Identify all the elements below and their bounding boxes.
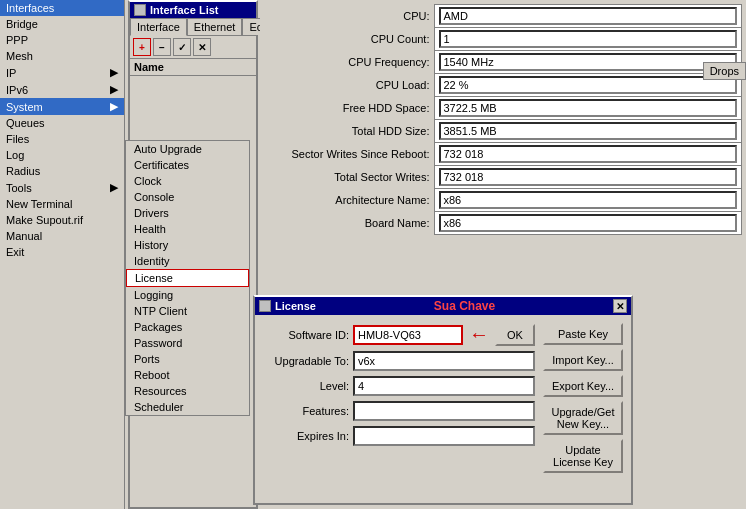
interface-list-toolbar: + − ✓ ✕ (130, 36, 256, 59)
arrow-icon: ▶ (110, 83, 118, 96)
close-button[interactable]: ✕ (613, 299, 627, 313)
software-id-input[interactable] (353, 325, 463, 345)
dialog-form: Software ID: ← OK Upgradable To: Level: … (263, 323, 535, 473)
submenu-identity[interactable]: Identity (126, 253, 249, 269)
sidebar-item-exit[interactable]: Exit (0, 244, 124, 260)
cancel-button[interactable]: ✕ (193, 38, 211, 56)
check-button[interactable]: ✓ (173, 38, 191, 56)
expires-in-label: Expires In: (263, 430, 353, 442)
arrow-icon: ▶ (110, 100, 118, 113)
level-input[interactable] (353, 376, 535, 396)
submenu-auto-upgrade[interactable]: Auto Upgrade (126, 141, 249, 157)
sidebar-item-ppp[interactable]: PPP (0, 32, 124, 48)
upgrade-button[interactable]: Upgrade/Get New Key... (543, 401, 623, 435)
sidebar-item-mesh[interactable]: Mesh (0, 48, 124, 64)
dialog-title: License (275, 300, 316, 312)
submenu-health[interactable]: Health (126, 221, 249, 237)
dialog-body: Software ID: ← OK Upgradable To: Level: … (255, 315, 631, 481)
sidebar-item-radius[interactable]: Radius (0, 163, 124, 179)
submenu-license[interactable]: License (126, 269, 249, 287)
table-row: Total HDD Size: 3851.5 MB (264, 120, 742, 143)
submenu-certificates[interactable]: Certificates (126, 157, 249, 173)
dialog-buttons: Paste Key Import Key... Export Key... Up… (543, 323, 623, 473)
sidebar-item-new-terminal[interactable]: New Terminal (0, 196, 124, 212)
field-value: 22 % (439, 76, 738, 94)
submenu-ntp-client[interactable]: NTP Client (126, 303, 249, 319)
field-value: x86 (439, 214, 738, 232)
sidebar-item-ipv6[interactable]: IPv6 ▶ (0, 81, 124, 98)
submenu-scheduler[interactable]: Scheduler (126, 399, 249, 415)
field-value: 732 018 (439, 168, 738, 186)
arrow-icon: ▶ (110, 181, 118, 194)
table-row: CPU Count: 1 (264, 28, 742, 51)
features-row: Features: (263, 401, 535, 421)
submenu-reboot[interactable]: Reboot (126, 367, 249, 383)
update-license-button[interactable]: Update License Key (543, 439, 623, 473)
submenu-console[interactable]: Console (126, 189, 249, 205)
system-submenu: Auto Upgrade Certificates Clock Console … (125, 140, 250, 416)
drops-button[interactable]: Drops (703, 62, 746, 80)
submenu-password[interactable]: Password (126, 335, 249, 351)
field-label: CPU: (264, 5, 434, 28)
level-row: Level: (263, 376, 535, 396)
sidebar-item-bridge[interactable]: Bridge (0, 16, 124, 32)
sidebar-item-system[interactable]: System ▶ (0, 98, 124, 115)
field-value: 1540 MHz (439, 53, 738, 71)
upgradable-to-row: Upgradable To: (263, 351, 535, 371)
field-value: 1 (439, 30, 738, 48)
field-value: AMD (439, 7, 738, 25)
paste-key-button[interactable]: Paste Key (543, 323, 623, 345)
field-value: 3722.5 MB (439, 99, 738, 117)
sidebar-item-log[interactable]: Log (0, 147, 124, 163)
table-row: Free HDD Space: 3722.5 MB (264, 97, 742, 120)
submenu-drivers[interactable]: Drivers (126, 205, 249, 221)
expires-in-row: Expires In: (263, 426, 535, 446)
sidebar-item-manual[interactable]: Manual (0, 228, 124, 244)
software-id-row: Software ID: ← OK (263, 323, 535, 346)
tab-ethernet[interactable]: Ethernet (187, 18, 243, 35)
upgradable-to-input[interactable] (353, 351, 535, 371)
system-info-panel: CPU: AMD CPU Count: 1 CPU Frequency: 154… (260, 0, 746, 299)
field-label: Total HDD Size: (264, 120, 434, 143)
sidebar-item-files[interactable]: Files (0, 131, 124, 147)
remove-button[interactable]: − (153, 38, 171, 56)
ok-button[interactable]: OK (495, 324, 535, 346)
sidebar: Interfaces Bridge PPP Mesh IP ▶ IPv6 ▶ S… (0, 0, 125, 509)
table-row: Board Name: x86 (264, 212, 742, 235)
table-row: CPU Frequency: 1540 MHz (264, 51, 742, 74)
expires-in-input[interactable] (353, 426, 535, 446)
submenu-clock[interactable]: Clock (126, 173, 249, 189)
submenu-packages[interactable]: Packages (126, 319, 249, 335)
level-label: Level: (263, 380, 353, 392)
sidebar-item-tools[interactable]: Tools ▶ (0, 179, 124, 196)
table-row: Architecture Name: x86 (264, 189, 742, 212)
window-icon (134, 4, 146, 16)
sidebar-item-ip[interactable]: IP ▶ (0, 64, 124, 81)
sidebar-item-interfaces[interactable]: Interfaces (0, 0, 124, 16)
sua-chave-label: Sua Chave (434, 299, 495, 313)
field-value: 732 018 (439, 145, 738, 163)
submenu-ports[interactable]: Ports (126, 351, 249, 367)
submenu-logging[interactable]: Logging (126, 287, 249, 303)
window-title: Interface List (150, 4, 218, 16)
field-label: Sector Writes Since Reboot: (264, 143, 434, 166)
license-dialog: License Sua Chave ✕ Software ID: ← OK Up… (253, 295, 633, 505)
submenu-resources[interactable]: Resources (126, 383, 249, 399)
sidebar-item-queues[interactable]: Queues (0, 115, 124, 131)
sidebar-item-make-supout[interactable]: Make Supout.rif (0, 212, 124, 228)
field-label: Total Sector Writes: (264, 166, 434, 189)
features-input[interactable] (353, 401, 535, 421)
field-label: CPU Frequency: (264, 51, 434, 74)
table-row: Sector Writes Since Reboot: 732 018 (264, 143, 742, 166)
import-key-button[interactable]: Import Key... (543, 349, 623, 371)
features-label: Features: (263, 405, 353, 417)
field-label: CPU Count: (264, 28, 434, 51)
table-row: Total Sector Writes: 732 018 (264, 166, 742, 189)
submenu-history[interactable]: History (126, 237, 249, 253)
export-key-button[interactable]: Export Key... (543, 375, 623, 397)
interface-list-tabs: Interface Ethernet EoIP (130, 18, 256, 36)
upgradable-to-label: Upgradable To: (263, 355, 353, 367)
add-button[interactable]: + (133, 38, 151, 56)
tab-interface[interactable]: Interface (130, 18, 187, 36)
field-label: Free HDD Space: (264, 97, 434, 120)
